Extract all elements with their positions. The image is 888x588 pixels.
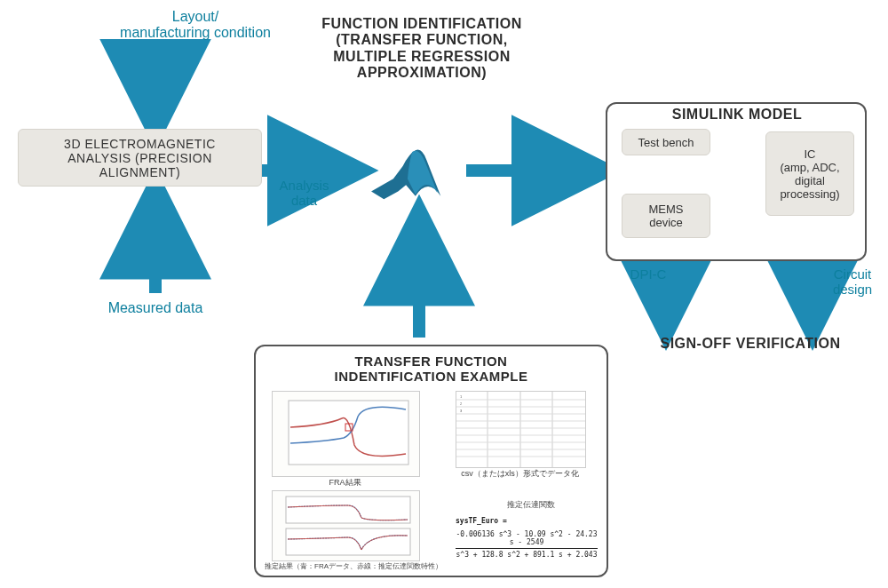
est-plot — [272, 490, 420, 561]
est-result-caption: 推定結果（青：FRAデータ、赤線：推定伝達関数特性） — [265, 561, 442, 571]
matlab-logo-icon — [360, 138, 462, 209]
mems-box: MEMSdevice — [622, 194, 710, 238]
tf-equation: sysTF_Euro = -0.006136 s^3 - 10.09 s^2 -… — [456, 517, 598, 559]
function-id-title: FUNCTION IDENTIFICATION(TRANSFER FUNCTIO… — [293, 16, 551, 82]
analysis-box: 3D ELECTROMAGNETICANALYSIS (PRECISION AL… — [18, 129, 262, 187]
fra-caption: FRA結果 — [272, 477, 418, 489]
csv-caption: csv（またはxls）形式でデータ化 — [447, 468, 593, 480]
analysis-data-label: Analysisdata — [266, 178, 342, 209]
circuit-design-label: Circuitdesign — [821, 266, 884, 298]
est-tf-caption: 推定伝達関数 — [478, 499, 584, 511]
measured-data-label: Measured data — [98, 300, 213, 316]
ic-box: IC(amp, ADC,digitalprocessing) — [765, 131, 854, 216]
example-title: TRANSFER FUNCTIONINDENTIFICATION EXAMPLE — [256, 354, 607, 385]
example-panel: TRANSFER FUNCTIONINDENTIFICATION EXAMPLE… — [254, 345, 608, 577]
dpi-c-label: DPI-C — [622, 266, 675, 282]
fra-plot — [272, 391, 420, 477]
tf-denominator: s^3 + 128.8 s^2 + 891.1 s + 2.043 — [456, 549, 598, 559]
layout-condition-label: Layout/manufacturing condition — [93, 9, 297, 42]
csv-block: 123 — [456, 391, 586, 468]
test-bench-box: Test bench — [622, 129, 710, 155]
svg-rect-13 — [289, 401, 408, 465]
tf-numerator: -0.006136 s^3 - 10.09 s^2 - 24.23 s - 25… — [456, 530, 598, 549]
simulink-title: SIMULINK MODEL — [657, 107, 817, 123]
svg-rect-32 — [286, 497, 410, 523]
sys-name: sysTF_Euro = — [456, 517, 598, 525]
svg-rect-33 — [286, 528, 410, 555]
sign-off-label: SIGN-OFF VERIFICATION — [648, 336, 852, 352]
